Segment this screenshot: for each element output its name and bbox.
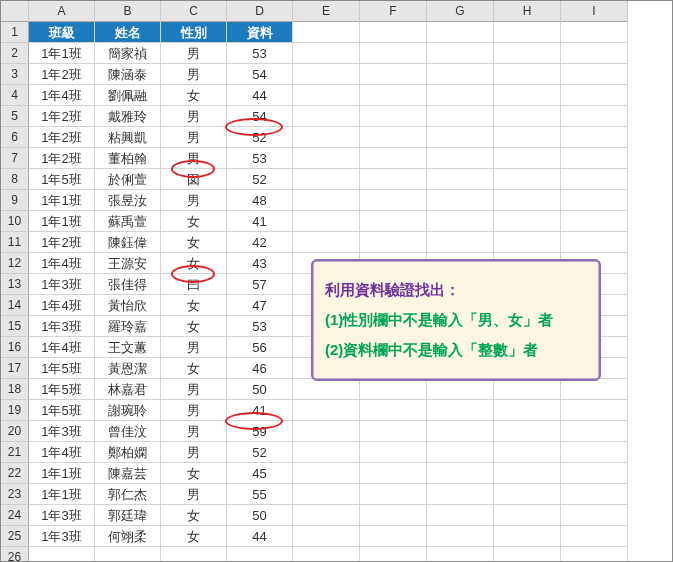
cell-C24[interactable]: 女 [161, 505, 227, 526]
cell-A9[interactable]: 1年1班 [29, 190, 95, 211]
row-header-17[interactable]: 17 [1, 358, 29, 379]
cell-A10[interactable]: 1年1班 [29, 211, 95, 232]
cell-A3[interactable]: 1年2班 [29, 64, 95, 85]
cell-E22[interactable] [293, 463, 360, 484]
cell-G7[interactable] [427, 148, 494, 169]
cell-F1[interactable] [360, 22, 427, 43]
cell-B4[interactable]: 劉佩融 [95, 85, 161, 106]
cell-B25[interactable]: 何翊柔 [95, 526, 161, 547]
cell-I26[interactable] [561, 547, 628, 562]
cell-F18[interactable] [360, 379, 427, 400]
cell-B26[interactable] [95, 547, 161, 562]
cell-I10[interactable] [561, 211, 628, 232]
cell-G9[interactable] [427, 190, 494, 211]
cell-F8[interactable] [360, 169, 427, 190]
row-header-2[interactable]: 2 [1, 43, 29, 64]
cell-C25[interactable]: 女 [161, 526, 227, 547]
cell-E11[interactable] [293, 232, 360, 253]
cell-B8[interactable]: 於俐萱 [95, 169, 161, 190]
cell-D19[interactable]: 41 [227, 400, 293, 421]
cell-A26[interactable] [29, 547, 95, 562]
cell-F10[interactable] [360, 211, 427, 232]
row-header-21[interactable]: 21 [1, 442, 29, 463]
cell-I9[interactable] [561, 190, 628, 211]
cell-D21[interactable]: 52 [227, 442, 293, 463]
row-header-14[interactable]: 14 [1, 295, 29, 316]
cell-B2[interactable]: 簡家禎 [95, 43, 161, 64]
cell-I2[interactable] [561, 43, 628, 64]
cell-C17[interactable]: 女 [161, 358, 227, 379]
cell-C26[interactable] [161, 547, 227, 562]
cell-I19[interactable] [561, 400, 628, 421]
cell-C7[interactable]: 男 [161, 148, 227, 169]
cell-E8[interactable] [293, 169, 360, 190]
cell-C11[interactable]: 女 [161, 232, 227, 253]
cell-E19[interactable] [293, 400, 360, 421]
row-header-15[interactable]: 15 [1, 316, 29, 337]
cell-B14[interactable]: 黃怡欣 [95, 295, 161, 316]
cell-B21[interactable]: 鄭柏嫻 [95, 442, 161, 463]
row-header-20[interactable]: 20 [1, 421, 29, 442]
row-header-13[interactable]: 13 [1, 274, 29, 295]
row-header-4[interactable]: 4 [1, 85, 29, 106]
row-header-25[interactable]: 25 [1, 526, 29, 547]
cell-H24[interactable] [494, 505, 561, 526]
cell-A11[interactable]: 1年2班 [29, 232, 95, 253]
cell-B7[interactable]: 董柏翰 [95, 148, 161, 169]
cell-I18[interactable] [561, 379, 628, 400]
cell-H20[interactable] [494, 421, 561, 442]
cell-I5[interactable] [561, 106, 628, 127]
cell-G2[interactable] [427, 43, 494, 64]
cell-B10[interactable]: 蘇禹萱 [95, 211, 161, 232]
cell-B6[interactable]: 粘興凱 [95, 127, 161, 148]
cell-D2[interactable]: 53 [227, 43, 293, 64]
cell-C8[interactable]: 囡 [161, 169, 227, 190]
cell-G4[interactable] [427, 85, 494, 106]
cell-E6[interactable] [293, 127, 360, 148]
cell-H3[interactable] [494, 64, 561, 85]
cell-I24[interactable] [561, 505, 628, 526]
row-header-18[interactable]: 18 [1, 379, 29, 400]
cell-G6[interactable] [427, 127, 494, 148]
row-header-9[interactable]: 9 [1, 190, 29, 211]
cell-B9[interactable]: 張昱汝 [95, 190, 161, 211]
row-header-7[interactable]: 7 [1, 148, 29, 169]
cell-A17[interactable]: 1年5班 [29, 358, 95, 379]
cell-E4[interactable] [293, 85, 360, 106]
cell-I25[interactable] [561, 526, 628, 547]
cell-B15[interactable]: 羅玲嘉 [95, 316, 161, 337]
cell-F5[interactable] [360, 106, 427, 127]
cell-A4[interactable]: 1年4班 [29, 85, 95, 106]
row-header-23[interactable]: 23 [1, 484, 29, 505]
cell-A19[interactable]: 1年5班 [29, 400, 95, 421]
cell-H7[interactable] [494, 148, 561, 169]
column-header-H[interactable]: H [494, 1, 561, 22]
cell-C10[interactable]: 女 [161, 211, 227, 232]
cell-G26[interactable] [427, 547, 494, 562]
row-header-1[interactable]: 1 [1, 22, 29, 43]
cell-B16[interactable]: 王文蕙 [95, 337, 161, 358]
cell-C18[interactable]: 男 [161, 379, 227, 400]
column-header-F[interactable]: F [360, 1, 427, 22]
cell-D12[interactable]: 43 [227, 253, 293, 274]
cell-A6[interactable]: 1年2班 [29, 127, 95, 148]
cell-C5[interactable]: 男 [161, 106, 227, 127]
cell-A12[interactable]: 1年4班 [29, 253, 95, 274]
cell-D16[interactable]: 56 [227, 337, 293, 358]
column-header-G[interactable]: G [427, 1, 494, 22]
cell-F21[interactable] [360, 442, 427, 463]
cell-H26[interactable] [494, 547, 561, 562]
row-header-19[interactable]: 19 [1, 400, 29, 421]
column-header-I[interactable]: I [561, 1, 628, 22]
cell-I8[interactable] [561, 169, 628, 190]
cell-H23[interactable] [494, 484, 561, 505]
row-header-6[interactable]: 6 [1, 127, 29, 148]
cell-E2[interactable] [293, 43, 360, 64]
cell-I11[interactable] [561, 232, 628, 253]
row-header-22[interactable]: 22 [1, 463, 29, 484]
cell-E20[interactable] [293, 421, 360, 442]
cell-H19[interactable] [494, 400, 561, 421]
cell-H8[interactable] [494, 169, 561, 190]
cell-F11[interactable] [360, 232, 427, 253]
cell-C22[interactable]: 女 [161, 463, 227, 484]
